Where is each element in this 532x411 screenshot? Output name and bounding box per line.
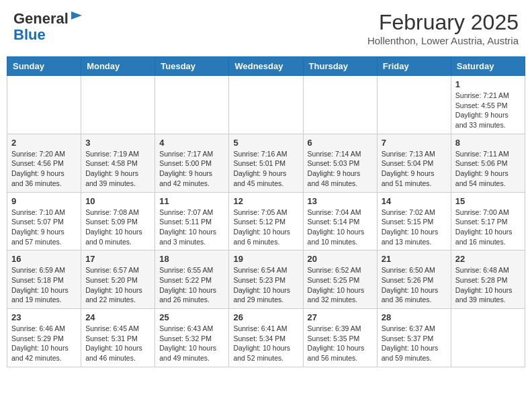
calendar-cell: 3Sunrise: 7:19 AM Sunset: 4:58 PM Daylig… — [81, 134, 155, 192]
day-info: Sunrise: 6:54 AM Sunset: 5:23 PM Dayligh… — [233, 265, 298, 305]
day-info: Sunrise: 6:48 AM Sunset: 5:28 PM Dayligh… — [455, 265, 521, 305]
calendar-cell: 28Sunrise: 6:37 AM Sunset: 5:37 PM Dayli… — [377, 309, 451, 367]
calendar-cell: 10Sunrise: 7:08 AM Sunset: 5:09 PM Dayli… — [81, 192, 155, 250]
day-info: Sunrise: 6:41 AM Sunset: 5:34 PM Dayligh… — [233, 324, 298, 363]
weekday-header-friday: Friday — [377, 57, 451, 76]
calendar-cell: 5Sunrise: 7:16 AM Sunset: 5:01 PM Daylig… — [229, 134, 303, 192]
day-number: 26 — [233, 312, 298, 322]
day-info: Sunrise: 7:16 AM Sunset: 5:01 PM Dayligh… — [233, 149, 298, 189]
calendar-cell — [155, 76, 229, 134]
calendar-cell: 12Sunrise: 7:05 AM Sunset: 5:12 PM Dayli… — [229, 192, 303, 250]
calendar-cell: 4Sunrise: 7:17 AM Sunset: 5:00 PM Daylig… — [155, 134, 229, 192]
day-info: Sunrise: 7:11 AM Sunset: 5:06 PM Dayligh… — [455, 149, 521, 189]
day-number: 20 — [308, 254, 373, 264]
weekday-header-row: SundayMondayTuesdayWednesdayThursdayFrid… — [7, 57, 525, 76]
day-info: Sunrise: 7:00 AM Sunset: 5:17 PM Dayligh… — [455, 208, 521, 247]
calendar-cell: 16Sunrise: 6:59 AM Sunset: 5:18 PM Dayli… — [7, 250, 81, 309]
day-number: 10 — [85, 196, 150, 206]
day-number: 14 — [382, 196, 447, 206]
day-number: 18 — [159, 254, 224, 264]
calendar-cell: 17Sunrise: 6:57 AM Sunset: 5:20 PM Dayli… — [81, 250, 155, 309]
calendar-cell — [303, 76, 377, 134]
calendar-cell: 24Sunrise: 6:45 AM Sunset: 5:31 PM Dayli… — [81, 309, 155, 367]
day-info: Sunrise: 6:46 AM Sunset: 5:29 PM Dayligh… — [11, 324, 77, 363]
weekday-header-saturday: Saturday — [451, 57, 525, 76]
calendar-week-row: 23Sunrise: 6:46 AM Sunset: 5:29 PM Dayli… — [7, 309, 525, 367]
calendar-cell: 22Sunrise: 6:48 AM Sunset: 5:28 PM Dayli… — [451, 250, 525, 309]
calendar-cell — [451, 309, 525, 367]
day-number: 12 — [233, 196, 298, 206]
day-info: Sunrise: 7:05 AM Sunset: 5:12 PM Dayligh… — [233, 208, 298, 247]
calendar-cell: 21Sunrise: 6:50 AM Sunset: 5:26 PM Dayli… — [377, 250, 451, 309]
calendar-cell: 25Sunrise: 6:43 AM Sunset: 5:32 PM Dayli… — [155, 309, 229, 367]
weekday-header-monday: Monday — [81, 57, 155, 76]
day-info: Sunrise: 7:19 AM Sunset: 4:58 PM Dayligh… — [85, 149, 150, 189]
day-info: Sunrise: 7:08 AM Sunset: 5:09 PM Dayligh… — [85, 208, 150, 247]
day-number: 3 — [85, 138, 150, 148]
calendar-cell — [229, 76, 303, 134]
day-info: Sunrise: 7:10 AM Sunset: 5:07 PM Dayligh… — [11, 208, 77, 247]
logo-general: General — [13, 10, 69, 27]
day-info: Sunrise: 7:04 AM Sunset: 5:14 PM Dayligh… — [308, 208, 373, 247]
weekday-header-tuesday: Tuesday — [155, 57, 229, 76]
calendar-cell: 19Sunrise: 6:54 AM Sunset: 5:23 PM Dayli… — [229, 250, 303, 309]
day-info: Sunrise: 6:55 AM Sunset: 5:22 PM Dayligh… — [159, 265, 224, 305]
day-number: 7 — [382, 138, 447, 148]
calendar-cell: 2Sunrise: 7:20 AM Sunset: 4:56 PM Daylig… — [7, 134, 81, 192]
day-info: Sunrise: 6:39 AM Sunset: 5:35 PM Dayligh… — [308, 324, 373, 363]
calendar-table: SundayMondayTuesdayWednesdayThursdayFrid… — [7, 56, 525, 367]
day-info: Sunrise: 6:50 AM Sunset: 5:26 PM Dayligh… — [382, 265, 447, 305]
logo-blue: Blue — [13, 26, 46, 43]
day-info: Sunrise: 7:07 AM Sunset: 5:11 PM Dayligh… — [159, 208, 224, 247]
calendar-cell: 14Sunrise: 7:02 AM Sunset: 5:15 PM Dayli… — [377, 192, 451, 250]
day-number: 23 — [11, 312, 77, 322]
day-number: 8 — [455, 138, 521, 148]
calendar-cell: 26Sunrise: 6:41 AM Sunset: 5:34 PM Dayli… — [229, 309, 303, 367]
day-number: 5 — [233, 138, 298, 148]
calendar-week-row: 1Sunrise: 7:21 AM Sunset: 4:55 PM Daylig… — [7, 76, 525, 134]
logo: General Blue — [13, 10, 83, 43]
day-number: 21 — [382, 254, 447, 264]
calendar-week-row: 2Sunrise: 7:20 AM Sunset: 4:56 PM Daylig… — [7, 134, 525, 192]
day-info: Sunrise: 7:20 AM Sunset: 4:56 PM Dayligh… — [11, 149, 77, 189]
calendar-cell: 8Sunrise: 7:11 AM Sunset: 5:06 PM Daylig… — [451, 134, 525, 192]
calendar-cell: 1Sunrise: 7:21 AM Sunset: 4:55 PM Daylig… — [451, 76, 525, 134]
day-number: 25 — [159, 312, 224, 322]
day-number: 2 — [11, 138, 77, 148]
day-number: 1 — [455, 79, 521, 89]
calendar-cell: 20Sunrise: 6:52 AM Sunset: 5:25 PM Dayli… — [303, 250, 377, 309]
weekday-header-thursday: Thursday — [303, 57, 377, 76]
weekday-header-sunday: Sunday — [7, 57, 81, 76]
page-header: General Blue February 2025 Hollenthon, L… — [7, 7, 525, 50]
day-number: 19 — [233, 254, 298, 264]
svg-marker-0 — [71, 11, 82, 19]
calendar-cell: 6Sunrise: 7:14 AM Sunset: 5:03 PM Daylig… — [303, 134, 377, 192]
day-number: 4 — [159, 138, 224, 148]
calendar-cell: 9Sunrise: 7:10 AM Sunset: 5:07 PM Daylig… — [7, 192, 81, 250]
day-info: Sunrise: 6:45 AM Sunset: 5:31 PM Dayligh… — [85, 324, 150, 363]
calendar-cell: 13Sunrise: 7:04 AM Sunset: 5:14 PM Dayli… — [303, 192, 377, 250]
day-number: 6 — [308, 138, 373, 148]
calendar-week-row: 9Sunrise: 7:10 AM Sunset: 5:07 PM Daylig… — [7, 192, 525, 250]
day-number: 13 — [308, 196, 373, 206]
month-title: February 2025 — [367, 10, 519, 35]
calendar-cell: 11Sunrise: 7:07 AM Sunset: 5:11 PM Dayli… — [155, 192, 229, 250]
day-number: 28 — [382, 312, 447, 322]
day-info: Sunrise: 7:13 AM Sunset: 5:04 PM Dayligh… — [382, 149, 447, 189]
calendar-cell: 7Sunrise: 7:13 AM Sunset: 5:04 PM Daylig… — [377, 134, 451, 192]
day-number: 17 — [85, 254, 150, 264]
day-number: 11 — [159, 196, 224, 206]
day-info: Sunrise: 7:14 AM Sunset: 5:03 PM Dayligh… — [308, 149, 373, 189]
calendar-cell — [377, 76, 451, 134]
location: Hollenthon, Lower Austria, Austria — [367, 35, 519, 46]
calendar-cell: 27Sunrise: 6:39 AM Sunset: 5:35 PM Dayli… — [303, 309, 377, 367]
calendar-cell — [81, 76, 155, 134]
weekday-header-wednesday: Wednesday — [229, 57, 303, 76]
day-info: Sunrise: 6:57 AM Sunset: 5:20 PM Dayligh… — [85, 265, 150, 305]
title-area: February 2025 Hollenthon, Lower Austria,… — [367, 10, 519, 46]
day-number: 27 — [308, 312, 373, 322]
day-number: 16 — [11, 254, 77, 264]
day-info: Sunrise: 6:43 AM Sunset: 5:32 PM Dayligh… — [159, 324, 224, 363]
day-info: Sunrise: 7:21 AM Sunset: 4:55 PM Dayligh… — [455, 91, 521, 130]
day-number: 9 — [11, 196, 77, 206]
